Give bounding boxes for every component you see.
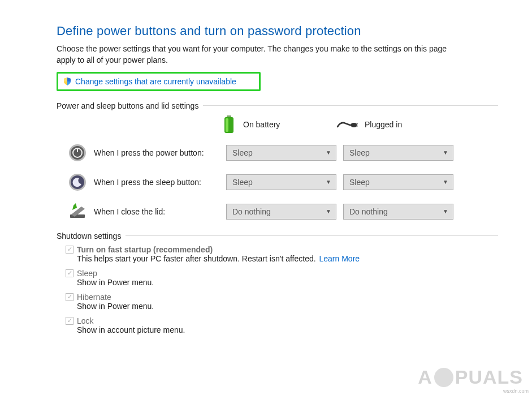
chevron-down-icon: ▼ bbox=[443, 208, 448, 214]
plug-icon bbox=[336, 119, 359, 130]
lock-desc: Show in account picture menu. bbox=[77, 325, 498, 334]
watermark-prefix: A bbox=[418, 366, 432, 388]
chevron-down-icon: ▼ bbox=[326, 179, 331, 185]
watermark: A PUALS bbox=[418, 366, 523, 388]
row-power-button: When I press the power button: Sleep ▼ S… bbox=[68, 143, 498, 162]
svg-rect-2 bbox=[226, 118, 228, 132]
column-on-battery: On battery bbox=[243, 120, 280, 129]
row-power-button-label: When I press the power button: bbox=[94, 148, 219, 157]
divider bbox=[203, 105, 498, 106]
sleep-button-plugged-select[interactable]: Sleep ▼ bbox=[343, 174, 453, 190]
close-lid-plugged-value: Do nothing bbox=[349, 207, 388, 216]
hibernate-title: Hibernate bbox=[77, 293, 111, 302]
sleep-button-on-battery-select[interactable]: Sleep ▼ bbox=[226, 174, 336, 190]
battery-icon bbox=[220, 115, 237, 134]
chevron-down-icon: ▼ bbox=[326, 208, 331, 214]
credit-text: wsxdn.com bbox=[503, 388, 529, 394]
shutdown-item-fast-startup: ✓ Turn on fast startup (recommended) Thi… bbox=[66, 245, 498, 263]
row-close-lid-label: When I close the lid: bbox=[94, 207, 219, 216]
lid-icon bbox=[68, 202, 87, 221]
chevron-down-icon: ▼ bbox=[443, 179, 448, 185]
svg-rect-5 bbox=[356, 126, 358, 127]
chevron-down-icon: ▼ bbox=[443, 149, 448, 156]
column-plugged-in: Plugged in bbox=[365, 120, 402, 129]
power-button-icon bbox=[68, 143, 87, 162]
fast-startup-desc: This helps start your PC faster after sh… bbox=[77, 254, 316, 263]
change-unavailable-settings-label: Change settings that are currently unava… bbox=[75, 77, 236, 86]
checkbox-hibernate[interactable]: ✓ bbox=[66, 293, 73, 301]
svg-rect-4 bbox=[356, 123, 358, 124]
close-lid-plugged-select[interactable]: Do nothing ▼ bbox=[343, 204, 453, 220]
close-lid-on-battery-select[interactable]: Do nothing ▼ bbox=[226, 204, 336, 220]
lock-title: Lock bbox=[77, 316, 94, 325]
section-shutdown-label: Shutdown settings bbox=[57, 231, 121, 241]
change-unavailable-settings-link[interactable]: Change settings that are currently unava… bbox=[57, 72, 261, 91]
power-button-on-battery-select[interactable]: Sleep ▼ bbox=[226, 145, 336, 161]
svg-rect-9 bbox=[77, 148, 78, 152]
checkbox-sleep[interactable]: ✓ bbox=[66, 269, 73, 277]
uac-shield-icon bbox=[63, 77, 72, 86]
shutdown-item-hibernate: ✓ Hibernate Show in Power menu. bbox=[66, 293, 498, 311]
sleep-desc: Show in Power menu. bbox=[77, 278, 498, 287]
page-title: Define power buttons and turn on passwor… bbox=[57, 24, 498, 38]
checkbox-fast-startup[interactable]: ✓ bbox=[66, 246, 73, 254]
sleep-title: Sleep bbox=[77, 269, 97, 278]
fast-startup-title: Turn on fast startup (recommended) bbox=[77, 245, 213, 254]
section-buttons-lid: Power and sleep buttons and lid settings bbox=[57, 101, 498, 110]
section-shutdown: Shutdown settings bbox=[57, 231, 498, 241]
hibernate-desc: Show in Power menu. bbox=[77, 302, 498, 311]
shutdown-item-sleep: ✓ Sleep Show in Power menu. bbox=[66, 269, 498, 287]
sleep-button-plugged-value: Sleep bbox=[349, 178, 370, 187]
power-button-on-battery-value: Sleep bbox=[232, 148, 253, 157]
learn-more-link[interactable]: Learn More bbox=[319, 254, 360, 263]
sleep-button-on-battery-value: Sleep bbox=[232, 178, 253, 187]
divider bbox=[126, 235, 498, 236]
sleep-button-icon bbox=[68, 173, 87, 192]
chevron-down-icon: ▼ bbox=[326, 149, 331, 156]
close-lid-on-battery-value: Do nothing bbox=[232, 207, 271, 216]
row-sleep-button: When I press the sleep button: Sleep ▼ S… bbox=[68, 173, 498, 192]
row-sleep-button-label: When I press the sleep button: bbox=[94, 178, 219, 187]
power-button-plugged-select[interactable]: Sleep ▼ bbox=[343, 145, 453, 161]
shutdown-item-lock: ✓ Lock Show in account picture menu. bbox=[66, 316, 498, 334]
checkbox-lock[interactable]: ✓ bbox=[66, 317, 73, 325]
page-description: Choose the power settings that you want … bbox=[57, 43, 464, 66]
power-button-plugged-value: Sleep bbox=[349, 148, 370, 157]
watermark-suffix: PUALS bbox=[455, 366, 523, 388]
watermark-face-icon bbox=[434, 368, 453, 387]
section-buttons-lid-label: Power and sleep buttons and lid settings bbox=[57, 101, 198, 110]
row-close-lid: When I close the lid: Do nothing ▼ Do no… bbox=[68, 202, 498, 221]
